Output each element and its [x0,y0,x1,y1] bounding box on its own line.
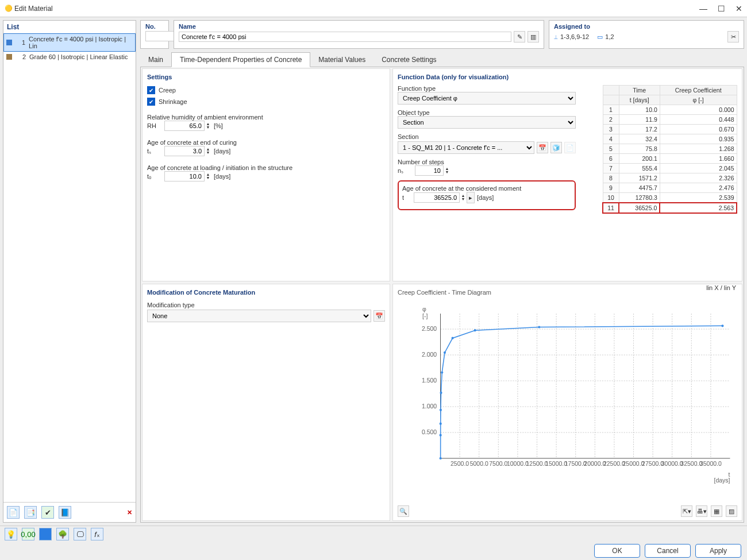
creep-checkbox[interactable]: ✔Creep [147,86,385,94]
svg-point-41 [440,434,442,437]
rh-input[interactable] [164,121,205,131]
ts-spinner[interactable]: ▲▼ [205,146,211,156]
svg-point-49 [538,326,540,328]
assigned-members: 1-3,6,9-12 [560,33,589,40]
table-row[interactable]: 1136525.02.563 [603,203,737,213]
svg-text:25000.0: 25000.0 [623,460,645,467]
table-row[interactable]: 94475.72.476 [603,183,737,193]
view-icon[interactable]: 🖵 [74,528,86,540]
check-icon[interactable]: ✔ [41,506,54,519]
svg-point-42 [440,423,442,425]
app-icon: 🟡 [5,5,13,12]
print-icon[interactable]: 🖶▾ [696,505,707,517]
table-row[interactable]: 432.40.935 [603,134,737,144]
export1-icon[interactable]: ▦ [711,505,722,517]
list-toolbar: 📄 📑 ✔ 📘 ✕ [3,502,136,522]
list-item[interactable]: 2Grade 60 | Isotropic | Linear Elastic [3,52,136,62]
mod-edit-icon[interactable]: 📅 [374,310,385,322]
svg-point-44 [440,392,442,394]
creep-chart: 2500.05000.07500.010000.012500.015000.01… [410,302,736,489]
svg-text:2.500: 2.500 [422,325,437,332]
age-expand-icon[interactable]: ▸ [467,192,475,203]
creep-table: TimeCreep Coefficient t [days]φ [-] 110.… [602,85,737,214]
steps-input[interactable] [415,165,444,176]
object-type-select[interactable]: Section [398,116,576,129]
list-header: List [3,21,136,33]
age-spinner[interactable]: ▲▼ [460,193,467,202]
edit-name-icon[interactable]: ✎ [514,31,525,43]
table-row[interactable]: 6200.11.660 [603,154,737,164]
tree-icon[interactable]: 🌳 [56,528,69,540]
tab-material-values[interactable]: Material Values [310,53,374,67]
rh-spinner[interactable]: ▲▼ [205,121,211,130]
close-button[interactable]: ✕ [736,4,742,13]
titlebar: 🟡 Edit Material — ☐ ✕ [0,0,747,17]
display-icon[interactable] [39,528,52,540]
steps-spinner[interactable]: ▲▼ [444,166,450,175]
cancel-button[interactable]: Cancel [645,544,691,558]
table-row[interactable]: 110.00.000 [603,105,737,115]
svg-point-47 [452,337,454,339]
ts-input[interactable] [164,146,205,156]
t0-input[interactable] [164,171,205,181]
t0-spinner[interactable]: ▲▼ [205,172,211,181]
export2-icon[interactable]: ▨ [726,505,737,517]
table-row[interactable]: 575.81.268 [603,144,737,154]
axis-settings-icon[interactable]: ⇱▾ [681,505,692,517]
delete-icon[interactable]: ✕ [127,509,132,516]
axis-mode[interactable]: lin X / lin Y [706,284,736,291]
svg-text:0.500: 0.500 [422,428,437,435]
svg-point-50 [721,325,723,327]
svg-point-43 [440,409,442,411]
assigned-surfaces: 1,2 [605,33,614,40]
table-row[interactable]: 211.90.448 [603,115,737,125]
table-row[interactable]: 317.20.670 [603,125,737,134]
new-icon[interactable]: 📄 [7,506,20,519]
table-row[interactable]: 7555.42.045 [603,164,737,173]
tab-main[interactable]: Main [140,53,171,67]
table-row[interactable]: 81571.22.326 [603,173,737,183]
help-icon[interactable]: 💡 [5,528,17,540]
table-row[interactable]: 1012780.32.539 [603,193,737,203]
tab-bar: MainTime-Dependent Properties of Concret… [140,52,744,67]
function-data-panel: Function Data (only for visualization) F… [392,68,742,281]
library-icon[interactable]: 📘 [59,506,71,519]
svg-text:1.500: 1.500 [422,377,437,384]
settings-panel: Settings ✔Creep ✔Shrinkage Relative humi… [142,68,390,281]
section-new-icon[interactable]: 📄 [564,142,576,153]
copy-icon[interactable]: 📑 [24,506,37,519]
name-input[interactable] [179,32,511,42]
mod-type-select[interactable]: None [147,310,371,322]
window-title: Edit Material [14,5,53,13]
svg-text:7500.0: 7500.0 [489,460,507,467]
section-edit-icon[interactable]: 📅 [537,142,548,153]
name-box: Name ✎ ▥ [174,20,544,49]
ok-button[interactable]: OK [594,544,640,558]
svg-text:35000.0: 35000.0 [700,460,722,467]
svg-text:5000.0: 5000.0 [470,460,488,467]
assigned-box: Assigned to ⟂ 1-3,6,9-12 ▭ 1,2 ✂ [549,20,744,49]
shrinkage-checkbox[interactable]: ✔Shrinkage [147,98,385,106]
tab-time-dependent-properties-of-concrete[interactable]: Time-Dependent Properties of Concrete [171,52,310,67]
library-name-icon[interactable]: ▥ [527,31,539,43]
units-icon[interactable]: 0,00 [22,528,34,540]
svg-text:φ: φ [422,306,426,312]
age-input[interactable] [414,192,460,203]
svg-point-46 [444,352,446,354]
tab-concrete-settings[interactable]: Concrete Settings [374,53,444,67]
section-select[interactable]: 1 - SQ_M1 20 | 1 - Concrete f'c = ... [398,141,534,154]
svg-text:2.000: 2.000 [422,351,437,358]
list-item[interactable]: 1Concrete f'c = 4000 psi | Isotropic | L… [3,33,136,52]
function-type-select[interactable]: Creep Coefficient φ [398,92,576,105]
footer: 💡 0,00 🌳 🖵 fₓ OK Cancel Apply [0,526,747,560]
maximize-button[interactable]: ☐ [718,4,725,13]
chart-title: Creep Coefficient - Time Diagram [398,289,491,296]
zoom-icon[interactable]: 🔍 [398,505,409,517]
surface-icon: ▭ [597,33,603,41]
section-lib-icon[interactable]: 🧊 [550,142,562,153]
svg-text:10000.0: 10000.0 [507,460,529,467]
apply-button[interactable]: Apply [695,544,741,558]
minimize-button[interactable]: — [699,4,707,13]
fx-icon[interactable]: fₓ [91,528,103,540]
assign-filter-icon[interactable]: ✂ [727,31,739,43]
